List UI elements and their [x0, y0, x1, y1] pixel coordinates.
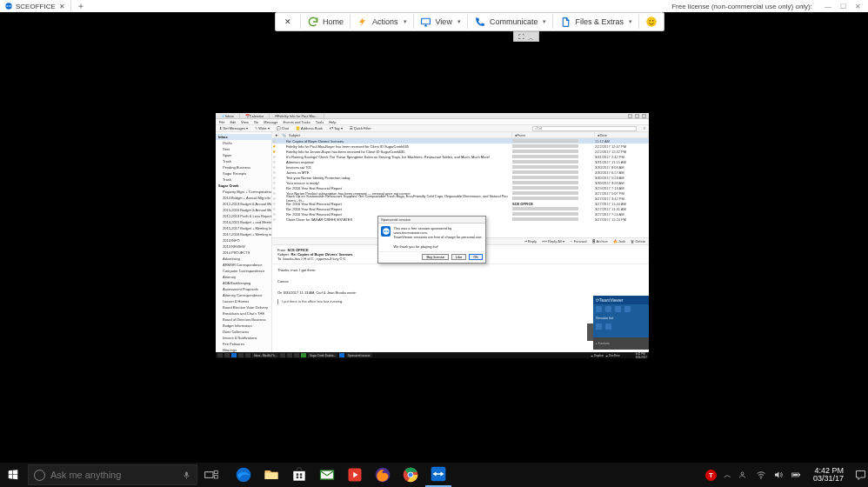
close-tab-icon[interactable]: ✕ [59, 3, 65, 10]
folder-item[interactable]: Inbox [216, 134, 271, 140]
toolbar-files-button[interactable]: Files & Extras▾ [553, 13, 638, 30]
taskbar-chrome[interactable] [397, 463, 424, 487]
junk-button[interactable]: 🔥 Junk [613, 239, 626, 244]
fullscreen-icon[interactable]: ⛶ [518, 34, 524, 39]
taskbar-clock[interactable]: 4:42 PM 03/31/17 [808, 467, 849, 484]
folder-item[interactable]: Advertising [216, 256, 271, 262]
remote-app-icon[interactable] [280, 353, 285, 357]
toolbar-actions-button[interactable]: Actions▾ [351, 13, 413, 30]
remote-min-icon[interactable] [628, 114, 632, 118]
taskbar-video[interactable] [342, 463, 368, 487]
battery-icon[interactable] [791, 470, 801, 480]
hamburger-icon[interactable]: ≡ [644, 126, 645, 130]
menu-edit[interactable]: Edit [230, 120, 236, 124]
folder-item[interactable]: Property Mgrs + Correspondence [216, 189, 271, 195]
volume-icon[interactable] [773, 470, 784, 480]
taskbar-edge[interactable] [230, 463, 257, 487]
col-from[interactable]: ● From [512, 132, 595, 137]
people-icon[interactable] [738, 470, 749, 480]
panel-icon[interactable] [615, 306, 621, 312]
email-row[interactable]: ★Invoices sat 7013/30/2017 8:04 AM [272, 164, 649, 170]
folder-item[interactable]: Spam [216, 152, 271, 158]
folder-item[interactable]: 2015-2017 Budget + Meeting Info [216, 225, 271, 231]
minimize-icon[interactable]: ― [825, 3, 831, 10]
folder-item[interactable]: 2014 Budget + Annual Mtg info [216, 195, 271, 201]
folder-item[interactable]: Board of Directors Business [216, 317, 271, 323]
col-subject[interactable]: Subject [286, 132, 512, 137]
write-button[interactable]: ✎ Write ▾ [255, 126, 270, 130]
menu-help[interactable]: Help [329, 120, 336, 124]
chat-button[interactable]: 💬 Chat [277, 126, 290, 130]
email-row[interactable]: ★Your invoice is ready!3/30/2017 3:20 AM [272, 180, 649, 185]
delete-button[interactable]: 🗑 Delete [631, 239, 645, 244]
taskbar-explorer[interactable] [258, 463, 284, 487]
quick-filter-button[interactable]: ☰ Quick Filter [350, 126, 371, 130]
menu-go[interactable]: Go [254, 120, 258, 124]
tab-inbox[interactable]: 📧 Inbox [216, 113, 240, 118]
remote-start-icon[interactable] [217, 353, 223, 357]
tab-calendar[interactable]: 📅 Calendar [240, 113, 270, 118]
taskbar-teamviewer[interactable] [425, 463, 451, 487]
toolbar-close-button[interactable]: ✕ [276, 13, 300, 30]
folder-item[interactable]: Pending Business [216, 164, 271, 170]
remote-tv-icon[interactable] [339, 353, 344, 357]
menu-events[interactable]: Events and Tasks [284, 120, 310, 124]
remote-close-icon[interactable] [642, 114, 646, 118]
folder-item[interactable]: 2017-2018 Budget + Meeting info [216, 231, 271, 237]
col-date[interactable]: ● Date [595, 132, 649, 137]
reply-button[interactable]: ↩ Reply [524, 239, 537, 244]
microphone-icon[interactable] [182, 470, 191, 480]
cortana-search[interactable] [28, 464, 197, 485]
menu-view[interactable]: View [241, 120, 249, 124]
folder-item[interactable]: 2012-2013 Budget & Annual Mtg Info [216, 201, 271, 207]
archive-button[interactable]: 🗄 Archive [592, 239, 608, 244]
taskbar-firefox[interactable] [370, 463, 396, 487]
close-window-icon[interactable]: ✕ [855, 3, 861, 10]
email-row[interactable]: ★Re: 2016 Year End Financial ReportSCE O… [272, 201, 649, 206]
collapse-icon[interactable]: ︿ [528, 34, 534, 39]
email-row[interactable]: ★James vs MTE3/30/2017 6:27 AM [272, 170, 649, 175]
toolbar-communicate-button[interactable]: Communicate▾ [468, 13, 553, 30]
tab-message[interactable]: ✉ Fidelity Info for Paul Mar... [270, 113, 324, 118]
remote-task-thunderbird[interactable]: Inbox - Mozilla Th... [252, 353, 278, 357]
action-center-button[interactable] [852, 463, 868, 487]
folder-item[interactable]: Budget Information [216, 323, 271, 329]
panel-icon[interactable] [605, 324, 611, 330]
folder-item[interactable]: Assessment Proposals [216, 286, 271, 292]
folder-item[interactable]: 2012-2013 Profit & Loss Reports (+) [216, 213, 271, 219]
folder-item[interactable]: Fee Palmares [216, 341, 271, 347]
folder-item[interactable]: Computer Correspondence [216, 268, 271, 274]
toolbar-view-button[interactable]: View▾ [414, 13, 467, 30]
col-star[interactable]: ★ [272, 132, 279, 137]
menu-tools[interactable]: Tools [316, 120, 324, 124]
toolbar-home-button[interactable]: Home [301, 13, 350, 30]
remote-app-icon[interactable] [287, 353, 292, 357]
folder-item[interactable]: Breakfasts and Chat's THE [216, 310, 271, 317]
tag-button[interactable]: 🏷 Tag ▾ [330, 126, 343, 130]
folder-item[interactable]: 2014-2015 Budget + and Meeting Info [216, 219, 271, 225]
menu-message[interactable]: Message [264, 120, 277, 124]
address-book-button[interactable]: 📒 Address Book [296, 126, 323, 130]
remote-dropbox[interactable]: ☁ Dropbox [591, 354, 604, 357]
folder-item[interactable]: Trash [216, 158, 271, 164]
folder-item[interactable]: Sent [216, 146, 271, 152]
folder-item[interactable]: 2014 PROJECTS [216, 250, 271, 256]
remote-onedrive[interactable]: ☁ OneDrive [605, 354, 620, 357]
tray-chevron-icon[interactable]: ︿ [724, 470, 731, 481]
email-row[interactable]: ★Attention required3/31/2017 11:15 AM [272, 159, 649, 164]
email-row[interactable]: ★Fidelity Info for Jenner-Buyer has been… [272, 149, 649, 154]
remote-explorer-icon[interactable] [238, 353, 244, 357]
panel-icon[interactable] [605, 306, 611, 312]
email-row[interactable]: ★Test your Norton Identity Protection to… [272, 175, 649, 180]
col-attach[interactable]: 📎 [279, 132, 286, 137]
toolbar-feedback-button[interactable] [639, 13, 664, 30]
get-messages-button[interactable]: ⬇ Get Messages ▾ [219, 126, 248, 130]
folder-item[interactable]: Attorney Correspondence [216, 292, 271, 298]
remote-app-icon[interactable] [294, 353, 299, 357]
teamviewer-session-tab[interactable]: SCEOFFICE ✕ [0, 0, 71, 12]
panel-icon[interactable] [596, 324, 602, 330]
like-button[interactable]: Like [451, 254, 466, 260]
remote-search-icon[interactable] [224, 353, 230, 357]
folder-item[interactable]: Liaison & Homes [216, 298, 271, 304]
folder-item[interactable]: Invoice & Notifications [216, 335, 271, 341]
